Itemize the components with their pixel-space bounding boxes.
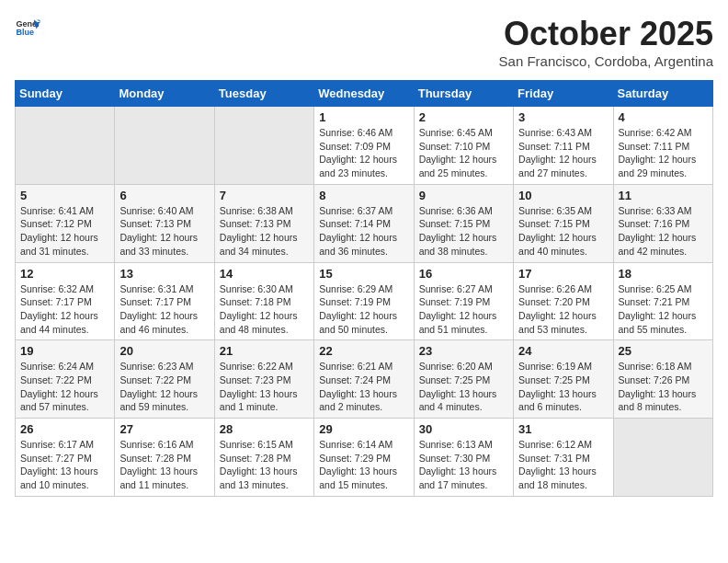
day-number: 31: [518, 422, 608, 436]
day-number: 21: [220, 344, 309, 358]
column-header-thursday: Thursday: [414, 81, 513, 107]
day-number: 11: [619, 189, 708, 202]
svg-text:Blue: Blue: [16, 28, 34, 37]
day-info: Sunrise: 6:15 AMSunset: 7:28 PMDaylight:…: [220, 438, 309, 492]
day-info: Sunrise: 6:27 AMSunset: 7:19 PMDaylight:…: [419, 282, 508, 337]
day-info: Sunrise: 6:42 AMSunset: 7:11 PMDaylight:…: [619, 126, 708, 180]
day-info: Sunrise: 6:25 AMSunset: 7:21 PMDaylight:…: [619, 282, 708, 337]
calendar-day-cell: 26Sunrise: 6:17 AMSunset: 7:27 PMDayligh…: [16, 419, 115, 497]
day-number: 16: [419, 267, 508, 281]
calendar-day-cell: 15Sunrise: 6:29 AMSunset: 7:19 PMDayligh…: [314, 262, 414, 340]
column-header-tuesday: Tuesday: [214, 81, 313, 107]
calendar-day-cell: 19Sunrise: 6:24 AMSunset: 7:22 PMDayligh…: [16, 340, 115, 419]
day-info: Sunrise: 6:40 AMSunset: 7:13 PMDaylight:…: [119, 204, 209, 259]
day-info: Sunrise: 6:35 AMSunset: 7:15 PMDaylight:…: [518, 204, 608, 259]
day-number: 4: [619, 110, 708, 124]
day-number: 22: [319, 344, 408, 358]
calendar-day-cell: 5Sunrise: 6:41 AMSunset: 7:12 PMDaylight…: [16, 184, 115, 262]
calendar-day-cell: 18Sunrise: 6:25 AMSunset: 7:21 PMDayligh…: [613, 262, 712, 340]
calendar-day-cell: 16Sunrise: 6:27 AMSunset: 7:19 PMDayligh…: [414, 262, 513, 340]
location-subtitle: San Francisco, Cordoba, Argentina: [499, 53, 713, 69]
calendar-day-cell: 12Sunrise: 6:32 AMSunset: 7:17 PMDayligh…: [16, 262, 115, 340]
day-number: 5: [20, 189, 109, 202]
day-info: Sunrise: 6:24 AMSunset: 7:22 PMDaylight:…: [20, 360, 109, 414]
day-info: Sunrise: 6:20 AMSunset: 7:25 PMDaylight:…: [419, 360, 508, 414]
calendar-day-cell: 20Sunrise: 6:23 AMSunset: 7:22 PMDayligh…: [115, 340, 214, 419]
calendar-day-cell: [115, 107, 214, 185]
calendar-day-cell: 8Sunrise: 6:37 AMSunset: 7:14 PMDaylight…: [314, 184, 414, 262]
day-number: 6: [119, 189, 209, 202]
calendar-day-cell: 22Sunrise: 6:21 AMSunset: 7:24 PMDayligh…: [314, 340, 414, 419]
day-number: 9: [419, 189, 508, 202]
calendar-day-cell: 10Sunrise: 6:35 AMSunset: 7:15 PMDayligh…: [514, 184, 613, 262]
calendar-day-cell: 4Sunrise: 6:42 AMSunset: 7:11 PMDaylight…: [613, 107, 712, 185]
calendar-day-cell: 14Sunrise: 6:30 AMSunset: 7:18 PMDayligh…: [214, 262, 313, 340]
title-block: October 2025 San Francisco, Cordoba, Arg…: [499, 15, 713, 69]
day-number: 3: [518, 110, 608, 124]
day-number: 1: [319, 110, 408, 124]
day-info: Sunrise: 6:37 AMSunset: 7:14 PMDaylight:…: [319, 204, 408, 259]
day-number: 19: [20, 344, 109, 358]
day-info: Sunrise: 6:29 AMSunset: 7:19 PMDaylight:…: [319, 282, 408, 337]
day-info: Sunrise: 6:41 AMSunset: 7:12 PMDaylight:…: [20, 204, 109, 259]
day-info: Sunrise: 6:26 AMSunset: 7:20 PMDaylight:…: [518, 282, 608, 337]
day-info: Sunrise: 6:45 AMSunset: 7:10 PMDaylight:…: [419, 126, 508, 180]
day-info: Sunrise: 6:22 AMSunset: 7:23 PMDaylight:…: [220, 360, 309, 414]
day-info: Sunrise: 6:14 AMSunset: 7:29 PMDaylight:…: [319, 438, 408, 492]
day-number: 17: [518, 267, 608, 281]
calendar-day-cell: 13Sunrise: 6:31 AMSunset: 7:17 PMDayligh…: [115, 262, 214, 340]
day-number: 24: [518, 344, 608, 358]
calendar-day-cell: 31Sunrise: 6:12 AMSunset: 7:31 PMDayligh…: [514, 419, 613, 497]
day-info: Sunrise: 6:21 AMSunset: 7:24 PMDaylight:…: [319, 360, 408, 414]
calendar-day-cell: 27Sunrise: 6:16 AMSunset: 7:28 PMDayligh…: [115, 419, 214, 497]
day-number: 30: [419, 422, 508, 436]
calendar-week-row: 5Sunrise: 6:41 AMSunset: 7:12 PMDaylight…: [16, 184, 713, 262]
calendar-day-cell: [16, 107, 115, 185]
day-number: 18: [619, 267, 708, 281]
day-info: Sunrise: 6:30 AMSunset: 7:18 PMDaylight:…: [220, 282, 309, 337]
day-number: 2: [419, 110, 508, 124]
day-number: 26: [20, 422, 109, 436]
logo-icon: General Blue: [15, 15, 40, 40]
page-header: General Blue October 2025 San Francisco,…: [15, 15, 713, 69]
day-info: Sunrise: 6:31 AMSunset: 7:17 PMDaylight:…: [119, 282, 209, 337]
logo: General Blue: [15, 15, 40, 40]
day-number: 20: [119, 344, 209, 358]
calendar-day-cell: 1Sunrise: 6:46 AMSunset: 7:09 PMDaylight…: [314, 107, 414, 185]
calendar-week-row: 1Sunrise: 6:46 AMSunset: 7:09 PMDaylight…: [16, 107, 713, 185]
day-number: 13: [119, 267, 209, 281]
day-info: Sunrise: 6:33 AMSunset: 7:16 PMDaylight:…: [619, 204, 708, 259]
column-header-friday: Friday: [514, 81, 613, 107]
calendar-week-row: 12Sunrise: 6:32 AMSunset: 7:17 PMDayligh…: [16, 262, 713, 340]
day-number: 28: [220, 422, 309, 436]
calendar-day-cell: 25Sunrise: 6:18 AMSunset: 7:26 PMDayligh…: [613, 340, 712, 419]
column-header-monday: Monday: [115, 81, 214, 107]
calendar-day-cell: [613, 419, 712, 497]
day-number: 14: [220, 267, 309, 281]
day-number: 12: [20, 267, 109, 281]
calendar-day-cell: 23Sunrise: 6:20 AMSunset: 7:25 PMDayligh…: [414, 340, 513, 419]
day-info: Sunrise: 6:12 AMSunset: 7:31 PMDaylight:…: [518, 438, 608, 492]
day-info: Sunrise: 6:43 AMSunset: 7:11 PMDaylight:…: [518, 126, 608, 180]
day-info: Sunrise: 6:38 AMSunset: 7:13 PMDaylight:…: [220, 204, 309, 259]
calendar-day-cell: 21Sunrise: 6:22 AMSunset: 7:23 PMDayligh…: [214, 340, 313, 419]
day-number: 8: [319, 189, 408, 202]
calendar-day-cell: 11Sunrise: 6:33 AMSunset: 7:16 PMDayligh…: [613, 184, 712, 262]
day-number: 7: [220, 189, 309, 202]
day-number: 27: [119, 422, 209, 436]
day-number: 25: [619, 344, 708, 358]
month-title: October 2025: [499, 15, 713, 53]
column-header-wednesday: Wednesday: [314, 81, 414, 107]
calendar-day-cell: 2Sunrise: 6:45 AMSunset: 7:10 PMDaylight…: [414, 107, 513, 185]
calendar-day-cell: [214, 107, 313, 185]
day-info: Sunrise: 6:23 AMSunset: 7:22 PMDaylight:…: [119, 360, 209, 414]
day-info: Sunrise: 6:46 AMSunset: 7:09 PMDaylight:…: [319, 126, 408, 180]
column-header-saturday: Saturday: [613, 81, 712, 107]
day-number: 23: [419, 344, 508, 358]
calendar-day-cell: 3Sunrise: 6:43 AMSunset: 7:11 PMDaylight…: [514, 107, 613, 185]
day-number: 29: [319, 422, 408, 436]
day-number: 10: [518, 189, 608, 202]
day-info: Sunrise: 6:32 AMSunset: 7:17 PMDaylight:…: [20, 282, 109, 337]
calendar-week-row: 26Sunrise: 6:17 AMSunset: 7:27 PMDayligh…: [16, 419, 713, 497]
day-info: Sunrise: 6:17 AMSunset: 7:27 PMDaylight:…: [20, 438, 109, 492]
